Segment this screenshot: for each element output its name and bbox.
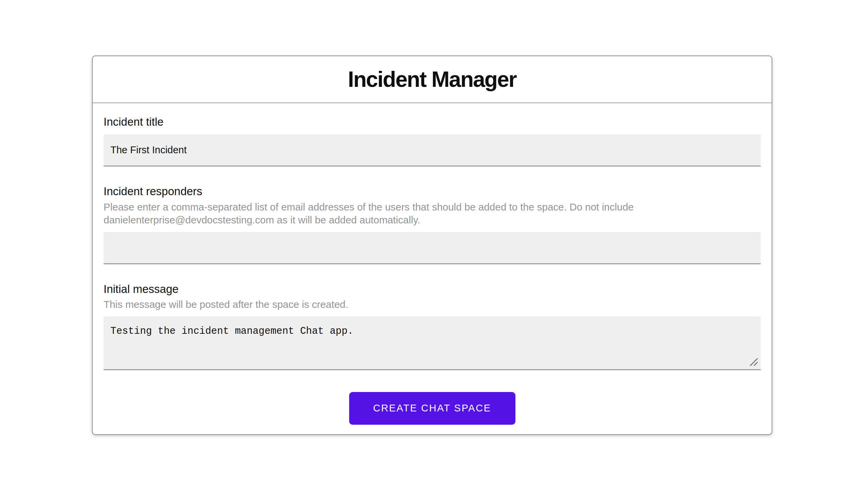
initial-message-label: Initial message bbox=[104, 282, 761, 296]
button-row: CREATE CHAT SPACE bbox=[104, 392, 761, 425]
incident-responders-label: Incident responders bbox=[104, 184, 761, 198]
incident-responders-description: Please enter a comma-separated list of e… bbox=[104, 201, 761, 226]
card-header: Incident Manager bbox=[93, 56, 772, 103]
incident-responders-section: Incident responders Please enter a comma… bbox=[104, 184, 761, 264]
incident-title-input[interactable] bbox=[104, 134, 761, 167]
incident-form: Incident title Incident responders Pleas… bbox=[93, 103, 772, 425]
create-chat-space-button[interactable]: CREATE CHAT SPACE bbox=[349, 392, 515, 425]
initial-message-textarea[interactable]: Testing the incident management Chat app… bbox=[104, 316, 761, 370]
initial-message-description: This message will be posted after the sp… bbox=[104, 298, 761, 311]
incident-title-section: Incident title bbox=[104, 115, 761, 167]
initial-message-textarea-wrap: Testing the incident management Chat app… bbox=[104, 316, 761, 370]
incident-responders-input[interactable] bbox=[104, 232, 761, 264]
initial-message-section: Initial message This message will be pos… bbox=[104, 282, 761, 370]
incident-title-label: Incident title bbox=[104, 115, 761, 129]
page-title: Incident Manager bbox=[348, 67, 516, 92]
incident-manager-card: Incident Manager Incident title Incident… bbox=[92, 56, 772, 435]
